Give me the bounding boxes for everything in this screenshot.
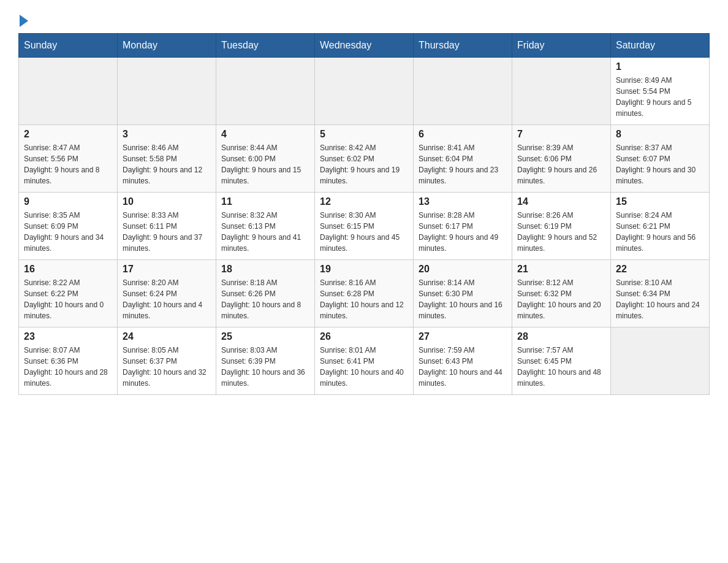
day-info-text: Sunset: 6:19 PM (517, 221, 605, 232)
day-info-text: Sunset: 6:02 PM (320, 153, 408, 164)
calendar-cell: 8Sunrise: 8:37 AMSunset: 6:07 PMDaylight… (611, 125, 710, 193)
calendar-cell: 23Sunrise: 8:07 AMSunset: 6:36 PMDayligh… (19, 327, 118, 395)
calendar-cell: 6Sunrise: 8:41 AMSunset: 6:04 PMDaylight… (414, 125, 512, 193)
day-info-text: Daylight: 10 hours and 40 minutes. (320, 367, 408, 389)
day-info-text: Sunset: 6:36 PM (24, 356, 112, 367)
calendar-cell: 5Sunrise: 8:42 AMSunset: 6:02 PMDaylight… (315, 125, 414, 193)
calendar-cell: 15Sunrise: 8:24 AMSunset: 6:21 PMDayligh… (611, 193, 710, 260)
day-number: 24 (123, 331, 211, 342)
day-info-text: Sunset: 6:45 PM (517, 356, 605, 367)
calendar-cell: 4Sunrise: 8:44 AMSunset: 6:00 PMDaylight… (216, 125, 315, 193)
page-header (18, 12, 710, 27)
day-info-text: Daylight: 10 hours and 24 minutes. (616, 299, 704, 321)
calendar-cell: 9Sunrise: 8:35 AMSunset: 6:09 PMDaylight… (19, 193, 118, 260)
day-info-text: Sunrise: 8:14 AM (419, 277, 507, 288)
calendar-cell: 7Sunrise: 8:39 AMSunset: 6:06 PMDaylight… (512, 125, 611, 193)
day-info-text: Sunrise: 8:44 AM (221, 142, 309, 153)
calendar-week-row: 1Sunrise: 8:49 AMSunset: 5:54 PMDaylight… (19, 58, 710, 125)
day-info-text: Sunrise: 8:16 AM (320, 277, 408, 288)
calendar-header-thursday: Thursday (414, 34, 512, 58)
day-info-text: Sunset: 6:39 PM (221, 356, 309, 367)
day-info-text: Daylight: 9 hours and 26 minutes. (517, 164, 605, 186)
day-number: 12 (320, 196, 408, 207)
day-info-text: Sunset: 6:04 PM (419, 153, 507, 164)
calendar-cell: 22Sunrise: 8:10 AMSunset: 6:34 PMDayligh… (611, 260, 710, 327)
day-info-text: Sunrise: 8:35 AM (24, 210, 112, 221)
calendar-header-monday: Monday (118, 34, 216, 58)
day-info-text: Sunrise: 8:47 AM (24, 142, 112, 153)
day-info-text: Sunset: 6:07 PM (616, 153, 704, 164)
day-info-text: Sunset: 6:37 PM (123, 356, 211, 367)
day-info-text: Daylight: 9 hours and 12 minutes. (123, 164, 211, 186)
day-info-text: Sunrise: 8:24 AM (616, 210, 704, 221)
day-info-text: Daylight: 10 hours and 4 minutes. (123, 299, 211, 321)
day-number: 27 (419, 331, 507, 342)
day-info-text: Sunset: 6:11 PM (123, 221, 211, 232)
day-number: 21 (517, 264, 605, 275)
day-number: 6 (419, 129, 507, 140)
day-info-text: Daylight: 9 hours and 5 minutes. (616, 97, 704, 119)
calendar-cell: 2Sunrise: 8:47 AMSunset: 5:56 PMDaylight… (19, 125, 118, 193)
calendar-cell (414, 58, 512, 125)
calendar-cell: 20Sunrise: 8:14 AMSunset: 6:30 PMDayligh… (414, 260, 512, 327)
calendar-cell: 25Sunrise: 8:03 AMSunset: 6:39 PMDayligh… (216, 327, 315, 395)
day-number: 4 (221, 129, 309, 140)
day-info-text: Sunset: 6:24 PM (123, 288, 211, 299)
calendar-cell (512, 58, 611, 125)
day-number: 9 (24, 196, 112, 207)
day-info-text: Sunrise: 8:32 AM (221, 210, 309, 221)
logo (18, 12, 28, 27)
day-number: 16 (24, 264, 112, 275)
calendar-week-row: 16Sunrise: 8:22 AMSunset: 6:22 PMDayligh… (19, 260, 710, 327)
day-info-text: Daylight: 9 hours and 23 minutes. (419, 164, 507, 186)
day-info-text: Sunrise: 8:39 AM (517, 142, 605, 153)
day-number: 2 (24, 129, 112, 140)
day-info-text: Sunrise: 8:28 AM (419, 210, 507, 221)
day-number: 1 (616, 61, 704, 72)
day-info-text: Sunset: 6:06 PM (517, 153, 605, 164)
day-info-text: Daylight: 10 hours and 44 minutes. (419, 367, 507, 389)
day-number: 19 (320, 264, 408, 275)
day-info-text: Sunrise: 8:49 AM (616, 75, 704, 86)
calendar-cell: 27Sunrise: 7:59 AMSunset: 6:43 PMDayligh… (414, 327, 512, 395)
calendar-header-friday: Friday (512, 34, 611, 58)
day-info-text: Sunrise: 8:26 AM (517, 210, 605, 221)
day-number: 22 (616, 264, 704, 275)
day-number: 3 (123, 129, 211, 140)
day-info-text: Sunrise: 8:22 AM (24, 277, 112, 288)
calendar-cell: 11Sunrise: 8:32 AMSunset: 6:13 PMDayligh… (216, 193, 315, 260)
day-info-text: Daylight: 9 hours and 19 minutes. (320, 164, 408, 186)
calendar-cell: 13Sunrise: 8:28 AMSunset: 6:17 PMDayligh… (414, 193, 512, 260)
day-info-text: Daylight: 10 hours and 36 minutes. (221, 367, 309, 389)
day-number: 13 (419, 196, 507, 207)
calendar-week-row: 2Sunrise: 8:47 AMSunset: 5:56 PMDaylight… (19, 125, 710, 193)
day-info-text: Sunset: 6:32 PM (517, 288, 605, 299)
day-info-text: Sunset: 6:30 PM (419, 288, 507, 299)
calendar-cell: 24Sunrise: 8:05 AMSunset: 6:37 PMDayligh… (118, 327, 216, 395)
calendar-cell (611, 327, 710, 395)
day-info-text: Daylight: 10 hours and 16 minutes. (419, 299, 507, 321)
calendar-cell (19, 58, 118, 125)
calendar-cell (118, 58, 216, 125)
day-info-text: Daylight: 9 hours and 41 minutes. (221, 232, 309, 254)
day-info-text: Sunrise: 7:57 AM (517, 345, 605, 356)
day-info-text: Sunrise: 8:01 AM (320, 345, 408, 356)
day-number: 23 (24, 331, 112, 342)
day-info-text: Sunset: 6:22 PM (24, 288, 112, 299)
day-info-text: Daylight: 10 hours and 12 minutes. (320, 299, 408, 321)
day-info-text: Sunrise: 8:18 AM (221, 277, 309, 288)
day-info-text: Sunrise: 8:20 AM (123, 277, 211, 288)
calendar-cell: 21Sunrise: 8:12 AMSunset: 6:32 PMDayligh… (512, 260, 611, 327)
day-info-text: Daylight: 10 hours and 0 minutes. (24, 299, 112, 321)
day-info-text: Daylight: 9 hours and 49 minutes. (419, 232, 507, 254)
calendar-cell: 19Sunrise: 8:16 AMSunset: 6:28 PMDayligh… (315, 260, 414, 327)
calendar-header-row: SundayMondayTuesdayWednesdayThursdayFrid… (19, 34, 710, 58)
calendar-cell: 14Sunrise: 8:26 AMSunset: 6:19 PMDayligh… (512, 193, 611, 260)
day-info-text: Sunset: 5:56 PM (24, 153, 112, 164)
day-number: 14 (517, 196, 605, 207)
day-info-text: Sunrise: 8:03 AM (221, 345, 309, 356)
day-info-text: Sunrise: 8:46 AM (123, 142, 211, 153)
day-info-text: Sunset: 6:15 PM (320, 221, 408, 232)
calendar-cell: 3Sunrise: 8:46 AMSunset: 5:58 PMDaylight… (118, 125, 216, 193)
day-info-text: Daylight: 10 hours and 28 minutes. (24, 367, 112, 389)
